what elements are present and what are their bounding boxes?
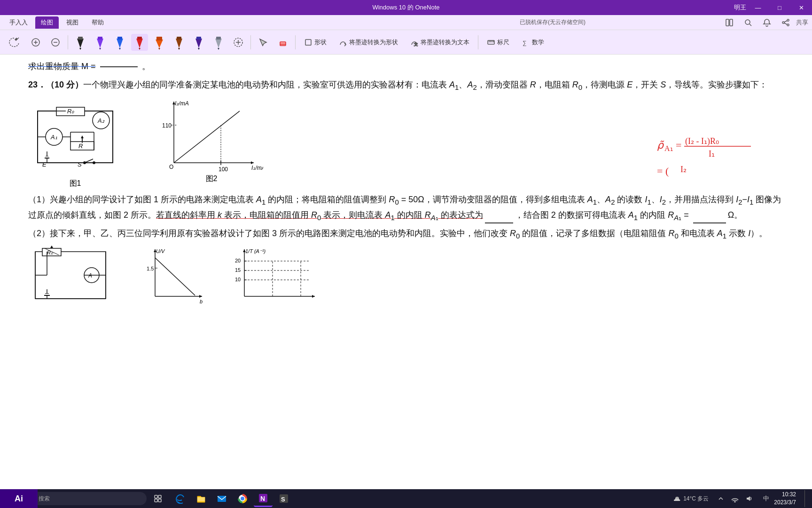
separator-4 [478,35,478,49]
pen-gray-button[interactable] [210,34,227,51]
add-pen-button[interactable] [230,34,247,51]
svg-point-165 [734,501,735,502]
ime-icon[interactable]: 中 [761,493,771,504]
svg-text:A: A [88,272,92,279]
svg-marker-37 [218,48,219,50]
ink-to-text-button[interactable]: 文 将墨迹转换为文本 [406,36,474,48]
onenote2-icon[interactable]: S [274,490,293,507]
taskbar-apps: N S [171,490,293,507]
menu-item-file[interactable]: 手入入 [4,16,33,29]
svg-text:E: E [42,161,47,168]
collapse-button[interactable] [47,34,64,51]
taskbar: 搜索 [0,489,812,508]
minimize-button[interactable]: — [747,0,769,15]
speaker-icon[interactable] [743,493,755,504]
pen-orange-button[interactable] [151,34,168,51]
onenote-icon[interactable]: N [254,490,273,507]
graph-fig2: I₁/mA I₂/mA O 100 110 图2 [160,97,263,184]
svg-text:1.5: 1.5 [147,266,154,271]
svg-marker-132 [312,295,315,298]
notification-icon[interactable] [758,14,775,31]
svg-text:A₁: A₁ [50,134,57,141]
svg-rect-24 [137,37,142,40]
svg-text:U/V: U/V [156,248,165,254]
pen-brown-button[interactable] [171,34,187,51]
svg-marker-22 [119,48,121,50]
page-list-icon[interactable] [721,14,738,31]
svg-marker-31 [178,48,180,50]
bottom-diagrams-row: R₀ A [28,245,784,306]
mail-icon[interactable] [212,490,231,507]
svg-rect-1 [730,19,733,26]
svg-text:ρ̃: ρ̃ [657,139,664,151]
svg-line-94 [174,111,240,163]
maximize-button[interactable]: □ [769,0,790,15]
svg-text:文: 文 [414,42,418,47]
svg-marker-19 [99,48,101,50]
separator-2 [250,35,251,49]
svg-rect-153 [158,495,161,498]
close-button[interactable]: ✕ [790,0,812,15]
svg-point-2 [745,20,750,24]
weather-widget[interactable]: 14°C 多云 [673,494,709,503]
network-icon[interactable] [729,493,741,504]
pen-black-button[interactable] [72,34,89,51]
svg-text:N: N [260,495,265,502]
svg-rect-33 [196,37,201,40]
svg-text:I₂/mA: I₂/mA [175,100,189,107]
svg-text:I₂: I₂ [680,165,687,174]
svg-marker-81 [81,135,84,138]
svg-text:10: 10 [235,277,241,282]
svg-text:A₁: A₁ [664,144,673,152]
titlebar: Windows 10 的 OneNote 明王 — □ ✕ [0,0,812,15]
svg-rect-154 [155,499,157,502]
task-view-button[interactable] [148,490,167,507]
pen-blue-button[interactable] [111,34,128,51]
selection-tool-button[interactable] [255,34,272,51]
lasso-button[interactable] [4,34,24,51]
ink-to-shape-button[interactable]: 将墨迹转换为形状 [334,36,403,48]
menu-item-draw[interactable]: 绘图 [35,16,59,29]
svg-text:I₁/mA: I₁/mA [251,165,263,171]
svg-rect-15 [78,37,83,40]
search-icon[interactable] [740,14,757,31]
svg-line-8 [784,23,787,24]
svg-point-6 [787,24,789,26]
edge-icon[interactable] [171,490,190,507]
expand-button[interactable] [27,34,44,51]
graph-1t: 20 15 10 1/T (A⁻¹) [235,245,320,306]
menu-item-view[interactable]: 视图 [61,16,84,29]
svg-line-3 [750,24,751,26]
pen-purple-button[interactable] [92,34,109,51]
chrome-icon[interactable] [233,490,252,507]
svg-text:b: b [200,299,203,304]
expand-sys-icon[interactable] [715,493,726,504]
svg-rect-30 [177,37,181,40]
pen-dark-button[interactable] [190,34,207,51]
search-bar[interactable]: 搜索 [24,492,147,505]
menu-item-help[interactable]: 帮助 [86,16,109,29]
ai-button[interactable]: Ai [0,489,38,508]
svg-marker-108 [50,246,53,248]
svg-text:1/T (A⁻¹): 1/T (A⁻¹) [245,248,266,254]
show-desktop-button[interactable] [804,490,808,507]
window-controls: — □ ✕ [747,0,812,15]
svg-marker-25 [139,48,141,50]
pen-red-button[interactable] [131,34,148,51]
taskbar-right: 14°C 多云 [673,490,808,507]
save-status: 已脱机保存(无云存储空间) [520,18,586,26]
problem23-header: 23．（10 分）一个物理兴趣小组的同学准备测定某电池的电动势和内阻，实验室可供… [28,78,784,93]
ruler-button[interactable]: 标尺 [482,36,514,48]
svg-marker-14 [77,39,84,48]
svg-point-5 [782,22,784,24]
svg-text:R₀: R₀ [67,108,74,115]
svg-text:R: R [78,143,83,150]
svg-rect-21 [117,37,122,40]
clock[interactable]: 10:32 2023/3/7 [774,491,800,507]
math-button[interactable]: ∑ 数学 [517,36,549,48]
shape-tool-button[interactable]: 形状 [299,36,331,48]
eraser-button[interactable] [274,34,291,51]
file-explorer-icon[interactable] [192,490,211,507]
svg-marker-23 [136,39,143,48]
share-icon[interactable] [777,14,794,31]
